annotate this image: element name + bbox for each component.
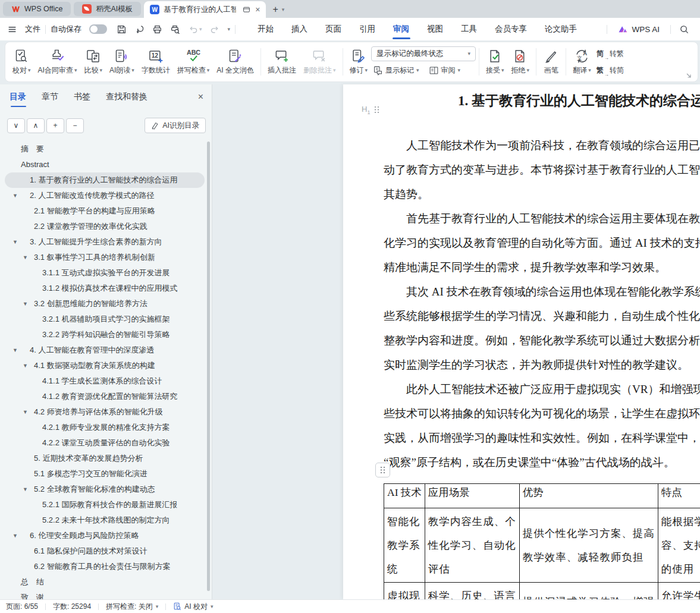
toc-item[interactable]: ▼ 4.2 师资培养与评估体系的智能化升级: [5, 404, 205, 420]
table-cell[interactable]: 科学、历史、语言: [425, 583, 519, 600]
wps-ai-button[interactable]: WPS AI: [612, 25, 666, 34]
toc-item[interactable]: ▼ 5. 近期技术变革的发展趋势分析: [5, 451, 205, 466]
menu-tab[interactable]: 论文助手: [536, 18, 586, 40]
ai-proofread-status[interactable]: AI 校对▾: [173, 602, 213, 612]
toc-item[interactable]: ▼ 3.1.1 互动式虚拟实验平台的开发进展: [5, 265, 205, 281]
document-text-line[interactable]: 实时监测学生的学习状态，并为教师提供针对性的教学建议。: [343, 357, 700, 382]
document-text-line[interactable]: 动了教育方式的变革与进步。本节将探讨基于教育行业的人工智能技术的: [343, 162, 700, 187]
export-icon[interactable]: [134, 24, 145, 34]
ai-recognize-toc-button[interactable]: AI识别目录: [145, 118, 206, 133]
document-text-line[interactable]: 人工智能技术作为一项前沿科技，在教育领域的综合运用已经取得了: [343, 138, 700, 162]
toc-item[interactable]: ▼ Abstract: [5, 157, 205, 172]
to-simplified-button[interactable]: 繁 转简: [595, 63, 626, 77]
table-header-cell[interactable]: 特点: [658, 484, 700, 508]
table-header-cell[interactable]: 优势: [519, 484, 658, 508]
document-text-line[interactable]: 其次 AI 技术在教育领域的综合运用也体现在智能化教学系统的开发: [343, 284, 700, 309]
toc-expand-arrow-icon[interactable]: ▼: [12, 234, 18, 250]
toc-expand-arrow-icon[interactable]: ▼: [12, 188, 18, 203]
file-menu[interactable]: 文件: [7, 24, 40, 34]
document-heading[interactable]: 1. 基于教育行业的人工智能技术的综合运用: [458, 92, 700, 110]
toc-item[interactable]: ▼ 2. 人工智能改造传统教学模式的路径: [5, 188, 205, 203]
toc-item[interactable]: ▼ 4.2.1 教师专业发展的精准化支持方案: [5, 420, 205, 435]
table-cell[interactable]: 教学内容生成、个性化学习、自动化评估: [425, 508, 519, 583]
review-pane-button[interactable]: 审阅▾: [427, 64, 463, 78]
document-text-line[interactable]: 化学习的实现以及教育管理的自动化等方面。通过 AI 技术的支持，教育: [343, 235, 700, 260]
tab-list-chevron-icon[interactable]: ▾: [282, 7, 285, 12]
toc-item[interactable]: ▼ 6.2 智能教育工具的社会责任与限制方案: [5, 559, 205, 574]
toc-item[interactable]: ▼ 3.2.1 机器辅助项目式学习的实施框架: [5, 312, 205, 327]
show-markup-button[interactable]: 显示标记▾: [371, 64, 421, 78]
sidebar-scrollbar-thumb[interactable]: [207, 142, 210, 591]
translate-button[interactable]: 文A 翻译▾: [569, 45, 595, 79]
ai-read-aloud-button[interactable]: AI朗读▾: [106, 45, 138, 79]
delete-comment-button[interactable]: 删除批注▾: [300, 45, 340, 79]
track-changes-button[interactable]: 修订▾: [346, 45, 372, 79]
tab-document[interactable]: W 基于教育行业的人工智能技术 ×: [144, 1, 266, 18]
document-text-line[interactable]: 些系统能够根据学生的学习情况、兴趣和能力，自动生成个性化的学习方: [343, 309, 700, 333]
accept-revision-button[interactable]: 接受▾: [482, 45, 508, 79]
demote-heading-button[interactable]: −: [66, 118, 84, 133]
toc-item[interactable]: ▼ 2.2 课堂教学管理的效率优化实践: [5, 219, 205, 234]
menu-tab[interactable]: 会员专享: [486, 18, 536, 40]
expand-all-button[interactable]: ∨: [7, 118, 25, 133]
toc-item[interactable]: ▼ 5.2.2 未来十年技术路线图的制定方向: [5, 513, 205, 528]
spell-check-status[interactable]: 拼写检查: 关闭▾: [106, 602, 158, 612]
table-cell[interactable]: 虚拟现: [384, 583, 425, 600]
document-text-line[interactable]: “观察”原子结构，或在历史课堂中“体验”古代战场的战斗。: [343, 455, 700, 479]
toc-item[interactable]: ▼ 3.2.2 跨学科知识融合的智能引导策略: [5, 327, 205, 342]
compare-button[interactable]: 比较▾: [80, 45, 106, 79]
document-text-line[interactable]: 精准地满足不同学生的需求，提升教学效率和学习效果。: [343, 260, 700, 284]
toc-expand-arrow-icon[interactable]: ▼: [23, 482, 28, 497]
undo-chevron-icon[interactable]: ▾: [199, 27, 202, 32]
table-cell[interactable]: 智能化教学系统: [384, 508, 425, 583]
toc-item[interactable]: ▼ 4.1.1 学生成长监测体系的综合设计: [5, 373, 205, 389]
new-tab-icon[interactable]: +: [272, 4, 278, 15]
proofread-button[interactable]: 校对▾: [9, 45, 34, 79]
toc-item[interactable]: ▼ 5.1 多模态学习交互的智能化演进: [5, 466, 205, 482]
toc-item[interactable]: ▼ 3.1 叙事性学习工具的培养机制创新: [5, 250, 205, 265]
toc-item[interactable]: ▼ 致 谢: [5, 590, 205, 599]
table-cell[interactable]: 允许学生在: [658, 583, 700, 600]
toc-item[interactable]: ▼ 6. 伦理安全顾虑与风险防控策略: [5, 528, 205, 543]
document-text-line[interactable]: 首先基于教育行业的人工智能技术的综合运用主要体现在教学模式的: [343, 211, 700, 235]
document-text-line[interactable]: 实践，从而增强学习的趣味性和实效性。例如，在科学课堂中，学生可以: [343, 430, 700, 455]
document-text-line[interactable]: 些技术可以将抽象的知识转化为可视化的场景，让学生在虚拟环境中进行: [343, 406, 700, 430]
ai-contract-review-button[interactable]: AI合同审查▾: [34, 45, 81, 79]
menu-tab[interactable]: 页面: [316, 18, 350, 40]
toc-item[interactable]: ▼ 3. 人工智能提升学生综合素养的新方向: [5, 234, 205, 250]
tab-wps-office[interactable]: WPS Office: [3, 2, 71, 16]
autosave-toggle[interactable]: [89, 24, 107, 34]
toc-item[interactable]: ▼ 2.1 智能教学平台的构建与应用策略: [5, 203, 205, 219]
menu-tab[interactable]: 审阅: [384, 18, 418, 40]
page-indicator[interactable]: 页面: 6/55: [6, 602, 38, 612]
reject-revision-button[interactable]: 拒绝▾: [508, 45, 533, 79]
table-header-cell[interactable]: 应用场景: [425, 484, 519, 508]
ink-brush-button[interactable]: 画笔: [539, 45, 563, 79]
to-traditional-button[interactable]: 简 转繁: [595, 46, 626, 61]
sidebar-close-icon[interactable]: ×: [198, 92, 203, 107]
sidebar-tab-find-replace[interactable]: 查找和替换: [106, 92, 147, 107]
toc-item[interactable]: ▼ 4. 人工智能在教育管理中的深度渗透: [5, 342, 205, 358]
print-icon[interactable]: [152, 24, 162, 34]
toc-item[interactable]: ▼ 6.1 隐私保护问题的技术对策设计: [5, 543, 205, 559]
toc-item[interactable]: ▼ 4.2.2 课堂互动质量评估的自动化实验: [5, 435, 205, 451]
insert-comment-button[interactable]: 插入批注: [264, 45, 300, 79]
word-count-indicator[interactable]: 字数: 25294: [53, 602, 91, 612]
table-drag-handle[interactable]: [375, 463, 390, 477]
toc-expand-arrow-icon[interactable]: ▼: [23, 250, 28, 265]
table-cell[interactable]: 能根据学生容、支持多的使用: [658, 508, 700, 583]
ribbon-expand-icon[interactable]: [686, 73, 692, 78]
document-text-line[interactable]: 此外人工智能技术还被广泛应用于虚拟现实（VR）和增强现实（AR: [343, 382, 700, 406]
promote-heading-button[interactable]: +: [46, 118, 64, 133]
toc-expand-arrow-icon[interactable]: ▼: [12, 342, 18, 358]
toc-expand-arrow-icon[interactable]: ▼: [23, 358, 28, 373]
toc-item[interactable]: ▼ 5.2.1 国际教育科技合作的最新进展汇报: [5, 497, 205, 513]
toc-item[interactable]: ▼ 摘 要: [5, 142, 205, 157]
markup-state-dropdown[interactable]: 显示标记的最终状态▾: [371, 46, 476, 61]
redo-icon[interactable]: [210, 24, 220, 34]
document-page[interactable]: H1 1. 基于教育行业的人工智能技术的综合运用 人工智能技术作为一项前沿科技，…: [343, 84, 700, 599]
tab-docer-ai[interactable]: 稻壳AI模板: [74, 2, 141, 16]
document-text-line[interactable]: 其趋势。: [343, 187, 700, 211]
menu-tab[interactable]: 引用: [350, 18, 384, 40]
undo-icon[interactable]: [188, 24, 198, 34]
